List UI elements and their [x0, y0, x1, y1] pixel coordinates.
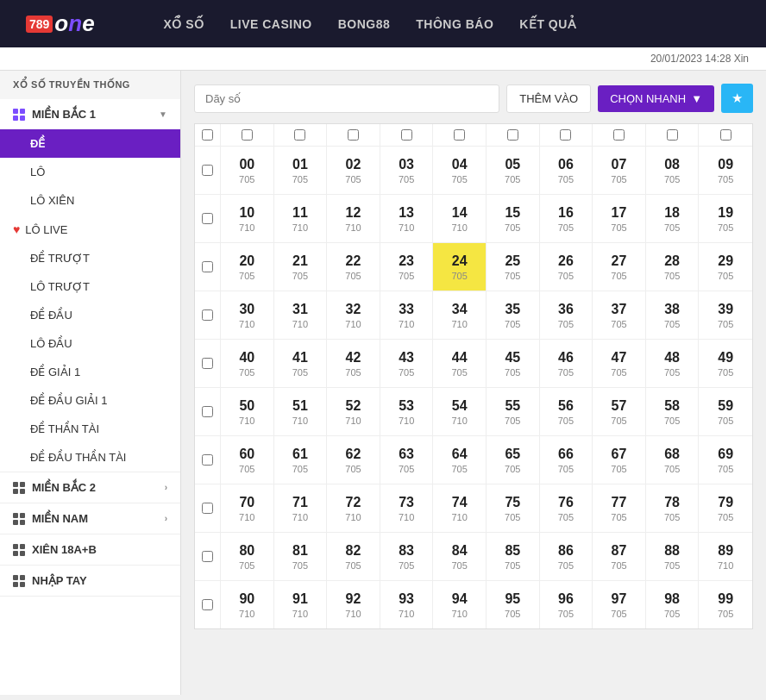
- number-cell-30[interactable]: 30710: [221, 291, 274, 339]
- number-cell-50[interactable]: 50710: [221, 388, 274, 435]
- number-cell-26[interactable]: 26705: [540, 243, 593, 291]
- number-cell-47[interactable]: 47705: [593, 340, 646, 387]
- col-4-checkbox[interactable]: [454, 129, 465, 141]
- number-cell-69[interactable]: 69705: [699, 436, 752, 484]
- chon-nhanh-button[interactable]: CHỌN NHANH ▼: [598, 85, 714, 112]
- number-cell-34[interactable]: 34710: [433, 291, 487, 339]
- number-cell-42[interactable]: 42705: [327, 340, 380, 387]
- number-cell-13[interactable]: 13710: [380, 195, 434, 242]
- number-cell-02[interactable]: 02705: [327, 147, 380, 194]
- number-cell-00[interactable]: 00705: [221, 147, 274, 194]
- number-cell-27[interactable]: 27705: [593, 243, 646, 291]
- number-cell-68[interactable]: 68705: [646, 436, 700, 484]
- number-cell-99[interactable]: 99705: [699, 581, 752, 628]
- sidebar-item-lo[interactable]: LÔ: [0, 158, 180, 186]
- mien-bac-2-header[interactable]: MIỀN BẮC 2 ›: [0, 472, 180, 503]
- number-cell-56[interactable]: 56705: [540, 388, 593, 435]
- number-cell-76[interactable]: 76705: [540, 484, 593, 532]
- number-cell-45[interactable]: 45705: [487, 340, 540, 387]
- number-cell-10[interactable]: 10710: [221, 195, 274, 242]
- mien-nam-header[interactable]: MIỀN NAM ›: [0, 503, 180, 534]
- number-cell-23[interactable]: 23705: [380, 243, 434, 291]
- number-cell-61[interactable]: 61705: [274, 436, 328, 484]
- number-cell-41[interactable]: 41705: [274, 340, 328, 387]
- sidebar-item-de-than-tai[interactable]: ĐỀ THẦN TÀI: [0, 415, 180, 443]
- number-cell-36[interactable]: 36705: [540, 291, 593, 339]
- sidebar-item-de-dau[interactable]: ĐỀ ĐẦU: [0, 301, 180, 329]
- number-cell-16[interactable]: 16705: [540, 195, 593, 242]
- number-cell-66[interactable]: 66705: [540, 436, 593, 484]
- number-cell-22[interactable]: 22705: [327, 243, 380, 291]
- nav-item-live-casino[interactable]: LIVE CASINO: [230, 17, 312, 31]
- number-cell-43[interactable]: 43705: [380, 340, 434, 387]
- number-cell-88[interactable]: 88705: [646, 533, 700, 580]
- nav-item-thong-bao[interactable]: THÔNG BÁO: [416, 17, 493, 31]
- number-cell-80[interactable]: 80705: [221, 533, 274, 580]
- number-cell-44[interactable]: 44705: [433, 340, 487, 387]
- number-cell-32[interactable]: 32710: [327, 291, 380, 339]
- number-cell-52[interactable]: 52710: [327, 388, 380, 435]
- day-so-input[interactable]: [194, 84, 499, 113]
- number-cell-89[interactable]: 89710: [699, 533, 752, 580]
- number-cell-25[interactable]: 25705: [487, 243, 540, 291]
- nav-item-ket-qua[interactable]: KẾT QUẢ: [519, 17, 576, 31]
- row-4-checkbox[interactable]: [202, 358, 213, 369]
- sidebar-item-de-truot[interactable]: ĐỀ TRƯỢT: [0, 244, 180, 272]
- number-cell-71[interactable]: 71710: [274, 484, 328, 532]
- col-5-checkbox[interactable]: [507, 129, 518, 141]
- number-cell-74[interactable]: 74710: [433, 484, 487, 532]
- number-cell-93[interactable]: 93710: [380, 581, 434, 628]
- number-cell-58[interactable]: 58705: [646, 388, 700, 435]
- number-cell-21[interactable]: 21705: [274, 243, 328, 291]
- sidebar-item-de-dau-giai-1[interactable]: ĐỀ ĐẦU GIẢI 1: [0, 386, 180, 415]
- row-9-checkbox[interactable]: [202, 599, 213, 610]
- row-2-checkbox[interactable]: [202, 261, 213, 272]
- row-7-checkbox[interactable]: [202, 503, 213, 514]
- number-cell-94[interactable]: 94710: [433, 581, 487, 628]
- number-cell-98[interactable]: 98705: [646, 581, 700, 628]
- number-cell-81[interactable]: 81705: [274, 533, 328, 580]
- number-cell-14[interactable]: 14710: [433, 195, 487, 242]
- number-cell-60[interactable]: 60705: [221, 436, 274, 484]
- col-8-checkbox[interactable]: [667, 129, 678, 141]
- number-cell-51[interactable]: 51710: [274, 388, 328, 435]
- col-6-checkbox[interactable]: [560, 129, 571, 141]
- number-cell-28[interactable]: 28705: [646, 243, 700, 291]
- nhap-tay-header[interactable]: NHẬP TAY: [0, 566, 180, 596]
- row-3-checkbox[interactable]: [202, 309, 213, 321]
- col-9-checkbox[interactable]: [720, 129, 731, 141]
- number-cell-83[interactable]: 83705: [380, 533, 434, 580]
- sidebar-item-de[interactable]: ĐỀ: [0, 129, 180, 158]
- number-cell-64[interactable]: 64705: [433, 436, 487, 484]
- number-cell-35[interactable]: 35705: [487, 291, 540, 339]
- row-0-checkbox[interactable]: [202, 165, 213, 176]
- number-cell-15[interactable]: 15705: [487, 195, 540, 242]
- number-cell-18[interactable]: 18705: [646, 195, 700, 242]
- number-cell-55[interactable]: 55705: [487, 388, 540, 435]
- number-cell-97[interactable]: 97705: [593, 581, 646, 628]
- number-cell-03[interactable]: 03705: [380, 147, 434, 194]
- number-cell-40[interactable]: 40705: [221, 340, 274, 387]
- number-cell-57[interactable]: 57705: [593, 388, 646, 435]
- col-3-checkbox[interactable]: [401, 129, 412, 141]
- number-cell-86[interactable]: 86705: [540, 533, 593, 580]
- number-cell-05[interactable]: 05705: [487, 147, 540, 194]
- number-cell-20[interactable]: 20705: [221, 243, 274, 291]
- number-cell-33[interactable]: 33710: [380, 291, 434, 339]
- number-cell-49[interactable]: 49705: [699, 340, 752, 387]
- number-cell-31[interactable]: 31710: [274, 291, 328, 339]
- number-cell-87[interactable]: 87705: [593, 533, 646, 580]
- number-cell-39[interactable]: 39705: [699, 291, 752, 339]
- number-cell-59[interactable]: 59705: [699, 388, 752, 435]
- number-cell-77[interactable]: 77705: [593, 484, 646, 532]
- number-cell-46[interactable]: 46705: [540, 340, 593, 387]
- row-1-checkbox[interactable]: [202, 213, 213, 224]
- number-cell-90[interactable]: 90710: [221, 581, 274, 628]
- number-cell-29[interactable]: 29705: [699, 243, 752, 291]
- number-cell-12[interactable]: 12710: [327, 195, 380, 242]
- number-cell-48[interactable]: 48705: [646, 340, 700, 387]
- col-7-checkbox[interactable]: [613, 129, 625, 141]
- col-1-checkbox[interactable]: [294, 129, 305, 141]
- number-cell-09[interactable]: 09705: [699, 147, 752, 194]
- number-cell-07[interactable]: 07705: [593, 147, 646, 194]
